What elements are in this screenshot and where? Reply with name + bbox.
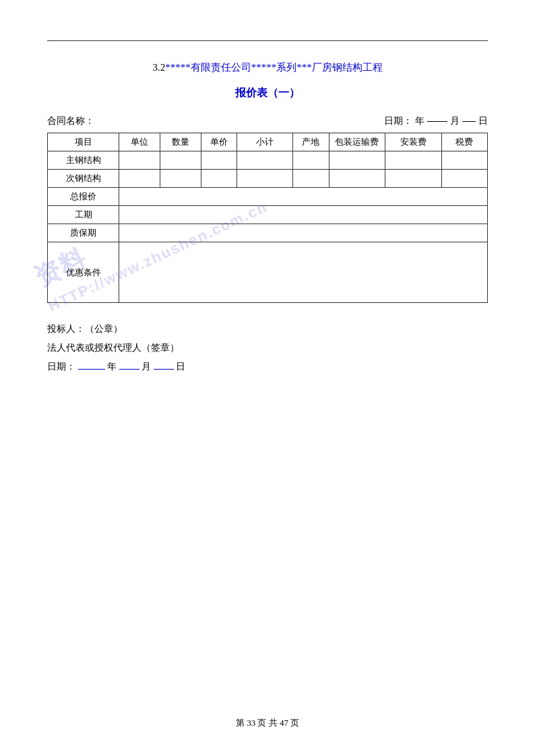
report-title: 报价表（一） xyxy=(47,86,488,100)
table-row: 质保期 xyxy=(48,224,488,242)
table-row: 优惠条件 xyxy=(48,242,488,303)
row-discount-label: 优惠条件 xyxy=(48,242,119,303)
row-warranty-value xyxy=(119,224,488,242)
col-header-subtotal: 小计 xyxy=(237,133,293,151)
row-sec-steel-origin xyxy=(293,170,329,188)
table-header-row: 项目 单位 数量 单价 小计 产地 包装运输费 安装费 税费 xyxy=(48,133,488,151)
table-row: 工期 xyxy=(48,206,488,224)
contract-name-field: 合同名称： xyxy=(47,115,94,127)
bidder-label: 投标人： xyxy=(47,324,85,334)
row-sec-steel-install xyxy=(385,170,442,188)
row-sec-steel-label: 次钢结构 xyxy=(48,170,119,188)
row-total-price-value xyxy=(119,188,488,206)
section-title: 3.2*****有限责任公司*****系列***厂房钢结构工程 xyxy=(47,61,488,74)
footer-month-input xyxy=(119,369,139,370)
col-header-unit: 单位 xyxy=(119,133,160,151)
row-total-price-label: 总报价 xyxy=(48,188,119,206)
date-year-label: 年 xyxy=(415,115,424,127)
date-day-label: 日 xyxy=(478,115,488,127)
col-header-item: 项目 xyxy=(48,133,119,151)
page-container: 3.2*****有限责任公司*****系列***厂房钢结构工程 报价表（一） 合… xyxy=(0,0,535,756)
footer-month-label: 月 xyxy=(141,362,151,372)
section-blue-text: *****有限责任公司*****系列***厂房钢结构工程 xyxy=(165,62,383,73)
footer-day-label: 日 xyxy=(176,362,185,372)
footer-day-input xyxy=(154,369,174,370)
row-sec-steel-uprice xyxy=(201,170,237,188)
row-duration-value xyxy=(119,206,488,224)
row-sec-steel-unit xyxy=(119,170,160,188)
footer-year-input xyxy=(78,369,105,370)
row-main-steel-pkg xyxy=(329,151,385,170)
bidder-line: 投标人：（公章） xyxy=(47,323,488,335)
row-duration-label: 工期 xyxy=(48,206,119,224)
col-header-tax: 税费 xyxy=(441,133,487,151)
row-discount-value xyxy=(119,242,488,303)
row-sec-steel-qty xyxy=(160,170,201,188)
row-main-steel-subtotal xyxy=(237,151,293,170)
page-number: 第 33 页 共 47 页 xyxy=(0,717,535,729)
legal-rep-text: 法人代表或授权代理人（签章） xyxy=(47,343,179,353)
footer-year-label: 年 xyxy=(107,362,117,372)
date-year-input xyxy=(427,121,447,122)
row-main-steel-origin xyxy=(293,151,329,170)
table-row: 次钢结构 xyxy=(48,170,488,188)
footer-section: 投标人：（公章） 法人代表或授权代理人（签章） 日期： 年 月 日 xyxy=(47,323,488,373)
top-divider xyxy=(47,40,488,41)
row-sec-steel-pkg xyxy=(329,170,385,188)
section-number: 3.2 xyxy=(152,62,165,73)
row-main-steel-tax xyxy=(441,151,487,170)
date-label: 日期： xyxy=(384,115,412,127)
contract-label: 合同名称： xyxy=(47,115,94,127)
col-header-origin: 产地 xyxy=(293,133,329,151)
quote-table: 项目 单位 数量 单价 小计 产地 包装运输费 安装费 税费 主钢结构 xyxy=(47,133,488,303)
col-header-pkg: 包装运输费 xyxy=(329,133,385,151)
row-main-steel-install xyxy=(385,151,442,170)
contract-date-row: 合同名称： 日期： 年 月 日 xyxy=(47,115,488,127)
row-warranty-label: 质保期 xyxy=(48,224,119,242)
date-month-label: 月 xyxy=(450,115,460,127)
bidder-value: （公章） xyxy=(85,324,123,334)
row-main-steel-label: 主钢结构 xyxy=(48,151,119,170)
row-main-steel-uprice xyxy=(201,151,237,170)
col-header-uprice: 单价 xyxy=(201,133,237,151)
col-header-install: 安装费 xyxy=(385,133,442,151)
table-row: 主钢结构 xyxy=(48,151,488,170)
date-field: 日期： 年 月 日 xyxy=(384,115,488,127)
col-header-qty: 数量 xyxy=(160,133,201,151)
row-sec-steel-tax xyxy=(441,170,487,188)
footer-date-line: 日期： 年 月 日 xyxy=(47,361,488,373)
row-sec-steel-subtotal xyxy=(237,170,293,188)
table-row: 总报价 xyxy=(48,188,488,206)
date-month-input xyxy=(462,121,476,122)
row-main-steel-qty xyxy=(160,151,201,170)
row-main-steel-unit xyxy=(119,151,160,170)
footer-date-label: 日期： xyxy=(47,362,75,372)
legal-rep-line: 法人代表或授权代理人（签章） xyxy=(47,342,488,354)
